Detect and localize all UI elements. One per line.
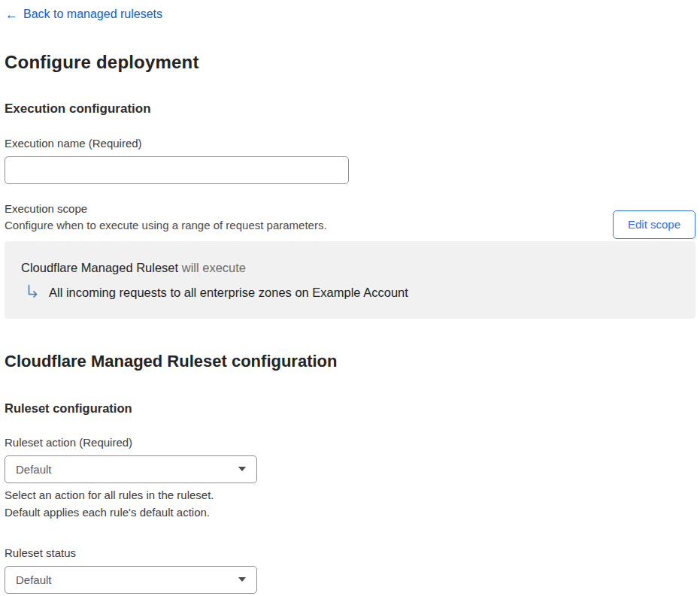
page-title: Configure deployment	[5, 52, 695, 73]
execution-scope-description: Configure when to execute using a range …	[5, 219, 695, 231]
scope-summary-box: Cloudflare Managed Ruleset will execute …	[5, 241, 695, 319]
ruleset-configuration-subheading: Ruleset configuration	[5, 401, 695, 416]
execution-scope-row: Execution scope Configure when to execut…	[5, 202, 695, 231]
scope-summary-suffix: will execute	[178, 261, 246, 274]
ruleset-configuration-main-heading: Cloudflare Managed Ruleset configuration	[5, 352, 695, 371]
execution-configuration-heading: Execution configuration	[5, 101, 695, 116]
ruleset-action-selected-value: Default	[16, 463, 52, 476]
ruleset-action-help-line2: Default applies each rule's default acti…	[5, 504, 695, 521]
ruleset-action-label: Ruleset action (Required)	[5, 436, 695, 449]
execution-name-label: Execution name (Required)	[5, 137, 695, 150]
chevron-down-icon	[238, 577, 246, 582]
ruleset-action-help-line1: Select an action for all rules in the ru…	[5, 486, 695, 504]
back-link-label: Back to managed rulesets	[23, 8, 162, 21]
back-to-managed-rulesets-link[interactable]: ← Back to managed rulesets	[5, 8, 162, 21]
ruleset-action-select[interactable]: Default	[5, 455, 257, 483]
ruleset-status-select[interactable]: Default	[5, 566, 257, 594]
chevron-down-icon	[238, 467, 246, 471]
configure-deployment-page: ← Back to managed rulesets Configure dep…	[0, 0, 700, 596]
execution-name-input[interactable]	[5, 156, 349, 184]
scope-summary-ruleset-name: Cloudflare Managed Ruleset	[21, 261, 178, 274]
scope-summary-target: All incoming requests to all enterprise …	[49, 286, 408, 300]
edit-scope-button[interactable]: Edit scope	[613, 210, 695, 239]
execution-scope-label: Execution scope	[5, 202, 695, 215]
ruleset-status-label: Ruleset status	[5, 546, 695, 559]
elbow-arrow-icon	[25, 283, 41, 303]
ruleset-status-selected-value: Default	[16, 573, 52, 586]
scope-summary-heading: Cloudflare Managed Ruleset will execute	[21, 261, 679, 275]
back-arrow-icon: ←	[5, 8, 18, 21]
scope-summary-target-row: All incoming requests to all enterprise …	[21, 283, 679, 303]
